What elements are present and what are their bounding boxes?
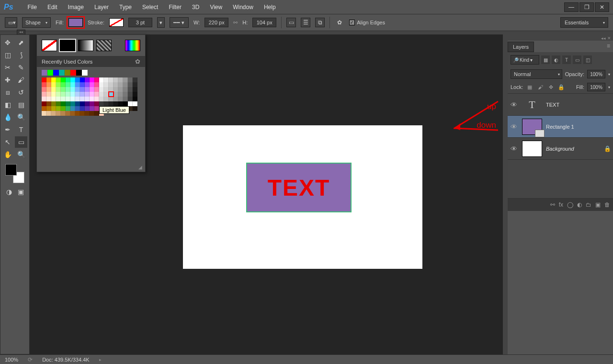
color-swatch[interactable] (128, 92, 133, 97)
color-swatch[interactable] (99, 92, 104, 97)
color-swatch[interactable] (104, 92, 109, 97)
recent-swatch[interactable] (70, 70, 76, 76)
color-swatch[interactable] (70, 101, 75, 106)
color-picker-button[interactable] (125, 40, 140, 51)
color-swatch[interactable] (70, 111, 75, 116)
status-arrow-icon[interactable]: ▸ (99, 357, 102, 362)
color-swatch[interactable] (133, 82, 137, 87)
color-swatch[interactable] (42, 92, 46, 97)
color-swatch[interactable] (61, 111, 66, 116)
color-swatch[interactable] (46, 77, 51, 82)
layer-style-icon[interactable]: fx (559, 201, 563, 208)
maximize-button[interactable]: ❐ (579, 2, 594, 12)
color-swatch[interactable] (114, 77, 118, 82)
color-swatch[interactable] (80, 106, 85, 111)
color-swatch[interactable] (123, 82, 128, 87)
filter-pixel-icon[interactable]: ▦ (541, 55, 550, 64)
color-swatch[interactable] (75, 87, 80, 92)
color-swatch[interactable] (61, 101, 66, 106)
blur-tool[interactable]: 💧 (1, 111, 14, 123)
width-input[interactable] (204, 18, 228, 27)
color-swatch[interactable] (80, 87, 85, 92)
color-swatch[interactable] (90, 92, 94, 97)
eraser-tool[interactable]: ◧ (1, 99, 14, 110)
color-swatch[interactable] (51, 111, 56, 116)
color-swatch[interactable] (56, 77, 61, 82)
fill-none-button[interactable] (42, 40, 57, 51)
color-swatch[interactable] (104, 97, 109, 101)
color-swatch[interactable] (51, 101, 56, 106)
color-swatch[interactable] (90, 87, 94, 92)
color-swatch[interactable] (99, 77, 104, 82)
link-wh-icon[interactable]: ⚯ (233, 20, 238, 26)
color-swatch[interactable] (46, 87, 51, 92)
color-swatch[interactable] (75, 77, 80, 82)
recent-swatch[interactable] (82, 70, 88, 76)
color-swatch[interactable] (42, 87, 46, 92)
color-swatch[interactable] (42, 77, 46, 82)
layer-visibility-toggle[interactable]: 👁 (510, 101, 518, 109)
color-swatch[interactable] (42, 101, 46, 106)
direct-selection-tool[interactable]: ⬈ (15, 37, 27, 48)
color-swatch[interactable] (56, 106, 61, 111)
color-swatch[interactable] (56, 101, 61, 106)
history-brush-tool[interactable]: ↺ (15, 87, 27, 98)
marquee-tool[interactable]: ◫ (1, 49, 14, 61)
color-swatch[interactable] (46, 111, 51, 116)
path-selection-tool[interactable]: ↖ (1, 136, 14, 148)
menu-help[interactable]: Help (259, 2, 281, 12)
gradient-tool[interactable]: ▤ (15, 99, 27, 110)
color-swatch[interactable] (61, 106, 66, 111)
color-swatch[interactable] (51, 87, 56, 92)
color-swatch[interactable] (66, 106, 70, 111)
toolbox-collapse-tab[interactable]: ◂◂ (17, 30, 25, 34)
color-swatch[interactable] (94, 82, 99, 87)
color-swatch[interactable] (123, 101, 128, 106)
color-swatch[interactable] (70, 97, 75, 101)
color-swatch[interactable] (118, 101, 123, 106)
color-swatch[interactable] (66, 97, 70, 101)
color-swatch[interactable] (128, 77, 133, 82)
color-swatch[interactable] (51, 97, 56, 101)
color-swatch[interactable] (114, 97, 118, 101)
fill-pattern-button[interactable] (96, 40, 112, 51)
color-swatch[interactable] (70, 77, 75, 82)
recent-swatch[interactable] (59, 70, 65, 76)
color-swatch[interactable] (85, 97, 90, 101)
color-swatch[interactable] (90, 111, 94, 116)
color-swatch[interactable] (104, 77, 109, 82)
color-swatch[interactable] (46, 82, 51, 87)
path-alignment-button[interactable]: ☰ (301, 18, 310, 27)
rectangle-shape[interactable]: TEXT (246, 163, 352, 212)
layer-row-rectangle[interactable]: 👁 Rectangle 1 (508, 116, 613, 138)
color-swatch[interactable] (109, 97, 114, 101)
color-swatch[interactable] (114, 92, 118, 97)
path-operations-button[interactable]: ▭ (286, 18, 296, 27)
color-swatch[interactable] (46, 97, 51, 101)
opacity-input[interactable] (587, 70, 605, 78)
color-swatch[interactable] (56, 97, 61, 101)
color-swatch[interactable] (94, 87, 99, 92)
color-swatch[interactable] (94, 106, 99, 111)
color-swatch[interactable] (51, 82, 56, 87)
color-swatch[interactable] (66, 77, 70, 82)
color-swatch[interactable] (85, 111, 90, 116)
gear-icon[interactable]: ✿ (335, 18, 344, 27)
layers-panel-menu-icon[interactable]: ≡ (607, 43, 610, 49)
color-swatch[interactable] (85, 77, 90, 82)
new-layer-icon[interactable]: ▣ (595, 201, 601, 208)
color-swatch[interactable] (118, 77, 123, 82)
menu-edit[interactable]: Edit (43, 2, 62, 12)
color-swatch[interactable] (99, 82, 104, 87)
color-swatch[interactable] (99, 101, 104, 106)
color-swatch[interactable] (128, 82, 133, 87)
foreground-color[interactable] (5, 164, 17, 176)
recent-swatch[interactable] (53, 70, 59, 76)
fill-dropdown-icon[interactable]: ▾ (608, 85, 610, 89)
color-swatch[interactable] (80, 77, 85, 82)
layer-filter-select[interactable]: 🔎Kind ▾ (511, 55, 539, 65)
opacity-dropdown-icon[interactable]: ▾ (608, 72, 610, 77)
crop-tool[interactable]: ✂ (1, 62, 14, 73)
fill-solid-button[interactable] (60, 40, 75, 51)
canvas-text-layer[interactable]: TEXT (268, 175, 330, 201)
